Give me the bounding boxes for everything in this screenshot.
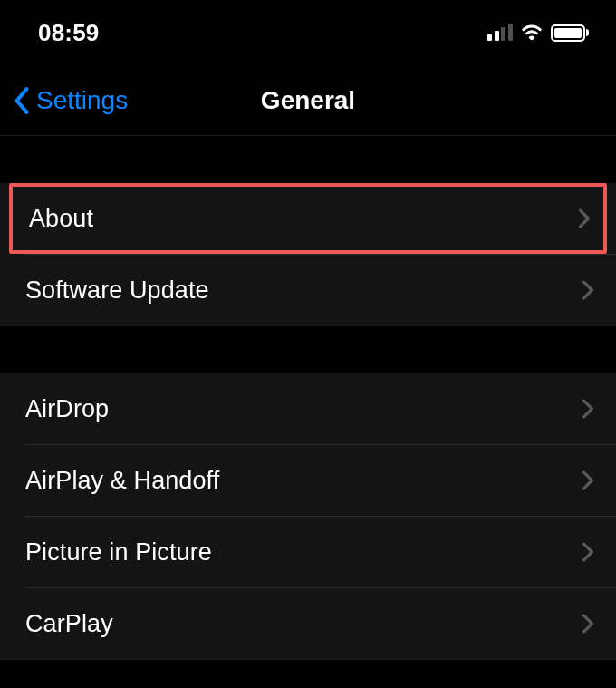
settings-group-1: About Software Update — [0, 183, 616, 325]
chevron-right-icon — [582, 542, 594, 562]
chevron-left-icon — [13, 86, 31, 115]
row-label: AirDrop — [25, 395, 109, 423]
group-spacer — [0, 136, 616, 183]
page-title: General — [261, 86, 355, 115]
row-airplay-handoff[interactable]: AirPlay & Handoff — [0, 445, 616, 516]
row-label: CarPlay — [25, 610, 113, 638]
row-label: AirPlay & Handoff — [25, 467, 219, 495]
chevron-right-icon — [582, 399, 594, 419]
status-bar: 08:59 — [0, 0, 616, 65]
row-label: Software Update — [25, 276, 209, 305]
chevron-right-icon — [582, 470, 594, 490]
status-indicators — [487, 24, 589, 42]
cellular-signal-icon — [487, 24, 513, 41]
row-picture-in-picture[interactable]: Picture in Picture — [0, 517, 616, 587]
chevron-right-icon — [582, 614, 594, 634]
row-software-update[interactable]: Software Update — [0, 255, 616, 325]
back-label: Settings — [36, 86, 128, 115]
row-carplay[interactable]: CarPlay — [0, 588, 616, 659]
status-time: 08:59 — [38, 19, 100, 47]
wifi-icon — [520, 24, 544, 42]
highlight-box: About — [9, 183, 607, 254]
row-label: Picture in Picture — [25, 538, 212, 567]
settings-group-2: AirDrop AirPlay & Handoff Picture in Pic… — [0, 373, 616, 659]
row-about[interactable]: About — [13, 187, 603, 250]
chevron-right-icon — [578, 208, 591, 228]
battery-icon — [551, 24, 590, 42]
group-spacer — [0, 326, 616, 373]
separator — [0, 659, 616, 660]
chevron-right-icon — [582, 280, 594, 300]
row-airdrop[interactable]: AirDrop — [0, 373, 616, 444]
back-button[interactable]: Settings — [0, 86, 128, 115]
nav-header: Settings General — [0, 65, 616, 136]
row-label: About — [29, 205, 93, 233]
